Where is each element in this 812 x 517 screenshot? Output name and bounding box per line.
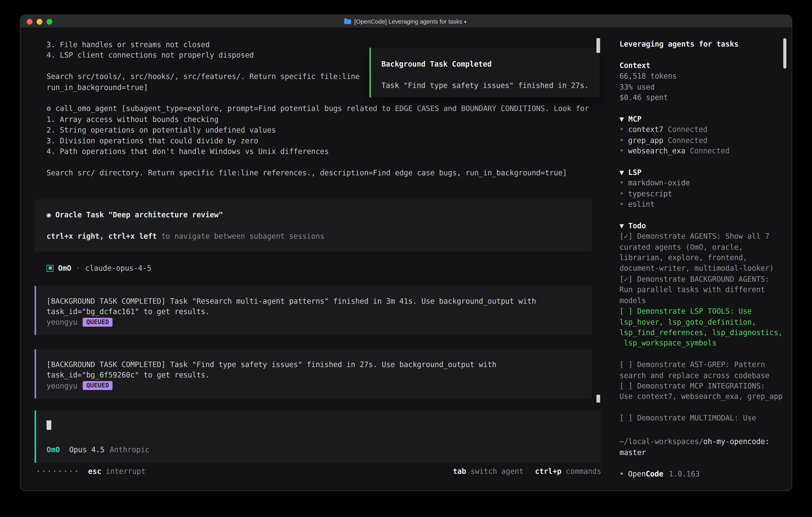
terminal-main-pane[interactable]: 3. File handles or streams not closed 4.… bbox=[20, 28, 611, 491]
message-text: [BACKGROUND TASK COMPLETED] Task "Resear… bbox=[47, 296, 582, 317]
mcp-item: • grep_app Connected bbox=[619, 135, 784, 145]
window-title-text: [OpenCode] Leveraging agents for tasks ◐ bbox=[354, 18, 467, 24]
message-author: yeongyu bbox=[47, 317, 78, 327]
minimize-button[interactable] bbox=[36, 19, 42, 24]
opencode-brand: OpenCode 1.0.163 bbox=[628, 468, 699, 479]
bullet-icon: • bbox=[619, 199, 624, 210]
sidebar: Leveraging agents for tasks Context 66,5… bbox=[611, 28, 792, 491]
desktop: [OpenCode] Leveraging agents for tasks ◐… bbox=[0, 0, 812, 517]
mcp-name: context7 bbox=[628, 125, 663, 134]
lsp-name: markdown-oxide bbox=[628, 178, 690, 188]
esc-label: interrupt bbox=[106, 467, 145, 475]
queued-badge: QUEUED bbox=[83, 318, 113, 327]
message-meta: yeongyu QUEUED bbox=[47, 380, 582, 391]
todo-item: [ ] Demonstrate AST-GREP: Pattern search… bbox=[619, 359, 784, 381]
todo-item: [ ] Demonstrate MULTIMODAL: Use bbox=[619, 413, 784, 423]
agent-header: OmO · claude-opus-4-5 bbox=[47, 263, 611, 273]
status-bar: ········ esc interrupt tab switch agent … bbox=[36, 466, 601, 477]
message-author: yeongyu bbox=[47, 380, 78, 391]
tab-label: switch agent bbox=[470, 467, 523, 475]
input-agent-label: OmO bbox=[47, 444, 60, 455]
spinner-dots: ········ bbox=[36, 466, 80, 477]
bullet-icon: • bbox=[619, 468, 624, 479]
workspace-path: ~/local-workspaces/oh-my-opencode: bbox=[619, 436, 784, 447]
lsp-name: eslint bbox=[628, 199, 655, 210]
brand-name-regular: Open bbox=[628, 469, 645, 478]
toast-title: Background Task Completed bbox=[381, 59, 591, 69]
main-scrollbar-thumb-secondary[interactable] bbox=[597, 394, 600, 403]
bullet-icon: • bbox=[619, 124, 624, 135]
esc-hint: esc interrupt bbox=[88, 466, 145, 477]
todo-section-header[interactable]: ▼ Todo bbox=[619, 220, 784, 231]
oracle-hint-keys: ctrl+x right, ctrl+x left bbox=[47, 232, 157, 240]
workspace-repo: oh-my-opencode: bbox=[703, 437, 770, 446]
opencode-version: 1.0.163 bbox=[669, 469, 700, 478]
lsp-name: typescript bbox=[628, 188, 672, 199]
mcp-item: • websearch_exa Connected bbox=[619, 145, 784, 156]
mcp-status: Connected bbox=[668, 125, 707, 134]
background-task-message: [BACKGROUND TASK COMPLETED] Task "Find t… bbox=[35, 349, 592, 399]
commands-label: commands bbox=[566, 467, 601, 475]
terminal-window: [OpenCode] Leveraging agents for tasks ◐… bbox=[20, 15, 792, 491]
bullet-icon: • bbox=[619, 135, 624, 145]
lsp-section-header[interactable]: ▼ LSP bbox=[619, 167, 784, 178]
mcp-item-text: context7 Connected bbox=[628, 124, 707, 135]
status-right: tab switch agent ctrl+p commands bbox=[453, 466, 601, 477]
commands-hint: ctrl+p commands bbox=[535, 466, 601, 477]
agent-model: claude-opus-4-5 bbox=[85, 263, 151, 273]
close-button[interactable] bbox=[27, 19, 33, 24]
mcp-status: Connected bbox=[668, 136, 707, 144]
sidebar-footer: ~/local-workspaces/oh-my-opencode: maste… bbox=[619, 436, 784, 479]
todo-item-active: [ ] Demonstrate LSP TOOLS: Use lsp_hover… bbox=[619, 306, 784, 349]
opencode-version-line: • OpenCode 1.0.163 bbox=[619, 468, 784, 479]
todo-item: [✓] Demonstrate AGENTS: Show all 7 curat… bbox=[619, 231, 784, 274]
mcp-item: • context7 Connected bbox=[619, 124, 784, 135]
esc-key: esc bbox=[88, 467, 101, 475]
mcp-status: Connected bbox=[690, 146, 730, 155]
status-left: ········ esc interrupt bbox=[36, 466, 145, 477]
bullet-icon: • bbox=[619, 145, 624, 156]
lsp-item: • eslint bbox=[619, 199, 784, 210]
mcp-section-header[interactable]: ▼ MCP bbox=[619, 113, 784, 124]
brand-name-bold: Code bbox=[646, 469, 663, 478]
queued-badge: QUEUED bbox=[83, 381, 113, 390]
input-model-label: Opus 4.5 bbox=[69, 444, 105, 455]
omo-agent-icon bbox=[47, 265, 53, 272]
main-scrollbar-thumb[interactable] bbox=[597, 38, 600, 53]
session-title: Leveraging agents for tasks bbox=[619, 39, 784, 49]
ctrl-p-key: ctrl+p bbox=[535, 467, 561, 475]
traffic-lights bbox=[27, 19, 52, 24]
oracle-task-panel: ◉ Oracle Task "Deep architecture review"… bbox=[35, 199, 592, 251]
tab-key: tab bbox=[453, 467, 466, 475]
workspace-branch: master bbox=[619, 447, 784, 458]
sidebar-scrollbar-thumb[interactable] bbox=[783, 38, 786, 69]
window-content: 3. File handles or streams not closed 4.… bbox=[20, 28, 792, 491]
message-meta: yeongyu QUEUED bbox=[47, 317, 582, 327]
oracle-hint-label: to navigate between subagent sessions bbox=[157, 232, 324, 240]
prompt-input[interactable]: OmO Opus 4.5 Anthropic bbox=[35, 410, 601, 463]
background-task-toast[interactable]: Background Task Completed Task "Find typ… bbox=[370, 48, 600, 98]
background-task-message: [BACKGROUND TASK COMPLETED] Task "Resear… bbox=[35, 286, 592, 335]
text-cursor bbox=[47, 420, 51, 430]
context-spent: $0.46 spent bbox=[619, 92, 784, 103]
zoom-button[interactable] bbox=[47, 19, 52, 24]
window-title: [OpenCode] Leveraging agents for tasks ◐ bbox=[344, 18, 467, 24]
oracle-task-title: ◉ Oracle Task "Deep architecture review" bbox=[47, 210, 582, 220]
agent-separator: · bbox=[76, 263, 80, 273]
toast-body: Task "Find type safety issues" finished … bbox=[381, 80, 591, 90]
context-tokens: 66,518 tokens bbox=[619, 71, 784, 81]
titlebar[interactable]: [OpenCode] Leveraging agents for tasks ◐ bbox=[20, 15, 792, 28]
input-provider-label: Anthropic bbox=[110, 444, 149, 455]
tab-hint: tab switch agent bbox=[453, 466, 523, 477]
todo-item: [ ] Demonstrate MCP INTEGRATIONS: Use co… bbox=[619, 381, 784, 402]
message-text: [BACKGROUND TASK COMPLETED] Task "Find t… bbox=[47, 359, 582, 380]
folder-icon bbox=[344, 19, 351, 24]
lsp-item: • markdown-oxide bbox=[619, 178, 784, 188]
workspace-path-prefix: ~/local-workspaces/ bbox=[619, 437, 703, 446]
agent-name: OmO bbox=[58, 263, 71, 273]
tool-call-text: ⚙ call_omo_agent [subagent_type=explore,… bbox=[47, 103, 598, 178]
input-meta: OmO Opus 4.5 Anthropic bbox=[47, 444, 591, 455]
bullet-icon: • bbox=[619, 178, 624, 188]
bullet-icon: • bbox=[619, 188, 624, 199]
oracle-navigation-hint: ctrl+x right, ctrl+x left to navigate be… bbox=[47, 231, 582, 241]
